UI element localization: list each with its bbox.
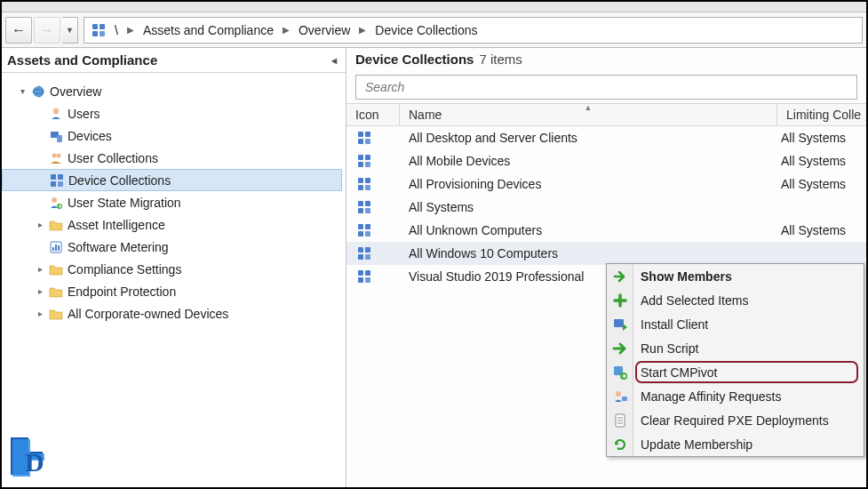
limiting-collection: All Systems: [777, 154, 866, 168]
tree-item-label: Device Collections: [68, 173, 171, 188]
collection-name: All Provisioning Devices: [400, 177, 777, 191]
tree-item-all-corporate-owned-devices[interactable]: ▸All Corporate-owned Devices: [2, 302, 342, 325]
collection-name: All Windows 10 Computers: [400, 246, 777, 261]
tree-item-overview[interactable]: ▾Overview: [2, 80, 342, 102]
svg-rect-12: [58, 174, 63, 180]
column-header-limiting[interactable]: Limiting Colle: [777, 104, 866, 125]
arrow-green-bold-icon: [611, 340, 629, 357]
svg-rect-20: [58, 245, 60, 251]
breadcrumb-address-box[interactable]: \ ▶ Assets and Compliance ▶ Overview ▶ D…: [84, 17, 863, 44]
svg-rect-41: [358, 247, 363, 253]
breadcrumb-assets[interactable]: Assets and Compliance: [143, 23, 274, 37]
tree-item-devices[interactable]: Devices: [2, 124, 342, 147]
tree-item-software-metering[interactable]: Software Metering: [2, 236, 342, 258]
breadcrumb-root[interactable]: \: [115, 23, 118, 37]
limiting-collection: All Systems: [777, 131, 866, 145]
user-icon: [48, 107, 64, 121]
devcoll-icon: [346, 154, 400, 168]
main-title: Device Collections: [355, 52, 474, 67]
tree-item-device-collections[interactable]: Device Collections: [2, 169, 342, 191]
svg-rect-30: [365, 178, 370, 183]
svg-rect-18: [52, 247, 54, 251]
svg-rect-19: [55, 244, 57, 251]
arrow-right-icon: →: [40, 22, 54, 38]
collection-row[interactable]: All Provisioning DevicesAll Systems: [346, 172, 866, 196]
menu-item-clear-required-pxe-deployments[interactable]: Clear Required PXE Deployments: [607, 408, 864, 432]
menu-item-label: Clear Required PXE Deployments: [641, 413, 829, 428]
tree-item-user-collections[interactable]: User Collections: [2, 147, 342, 169]
tree-expander-icon[interactable]: ▸: [32, 286, 48, 296]
brand-logo: D: [7, 430, 57, 480]
collection-row[interactable]: All Unknown ComputersAll Systems: [346, 219, 866, 242]
collection-row[interactable]: All Systems: [346, 196, 866, 219]
search-input[interactable]: [363, 79, 849, 95]
svg-rect-33: [358, 201, 363, 206]
collection-name: All Desktop and Server Clients: [400, 131, 777, 145]
chevron-right-icon: ▶: [127, 25, 134, 35]
context-menu: Show MembersAdd Selected ItemsInstall Cl…: [606, 263, 864, 457]
svg-rect-42: [365, 247, 370, 253]
menu-item-label: Add Selected Items: [641, 293, 748, 308]
tree-item-user-state-migration[interactable]: User State Migration: [2, 191, 342, 213]
svg-point-6: [53, 108, 59, 113]
svg-rect-32: [365, 185, 370, 190]
tree-item-label: User State Migration: [68, 196, 181, 210]
menu-item-show-members[interactable]: Show Members: [607, 264, 864, 288]
menu-item-run-script[interactable]: Run Script: [607, 336, 864, 360]
tree-expander-icon[interactable]: ▸: [32, 220, 48, 229]
tree-item-asset-intelligence[interactable]: ▸Asset Intelligence: [2, 213, 342, 236]
svg-point-9: [52, 153, 57, 157]
arrow-green-right-icon: [611, 268, 629, 285]
collection-row[interactable]: All Windows 10 Computers: [346, 242, 866, 265]
breadcrumb-device-collections[interactable]: Device Collections: [375, 23, 477, 37]
usm-icon: [48, 196, 64, 210]
menu-item-manage-affinity-requests[interactable]: Manage Affinity Requests: [607, 384, 864, 408]
sort-ascending-icon: ▲: [585, 103, 593, 112]
tree-expander-icon[interactable]: ▸: [32, 264, 48, 274]
chevron-right-icon: ▶: [359, 25, 366, 35]
svg-rect-40: [365, 231, 370, 236]
sidebar-header: Assets and Compliance ◂: [2, 48, 346, 73]
tree-item-compliance-settings[interactable]: ▸Compliance Settings: [2, 258, 342, 280]
folder-icon: [48, 307, 64, 321]
menu-item-add-selected-items[interactable]: Add Selected Items: [607, 288, 864, 312]
menu-item-update-membership[interactable]: Update Membership: [607, 432, 864, 456]
main-header: Device Collections 7 items: [346, 48, 866, 73]
menu-item-label: Run Script: [641, 341, 698, 356]
devcoll-icon: [346, 200, 400, 214]
limiting-collection: All Systems: [777, 223, 866, 237]
search-box[interactable]: [355, 75, 857, 100]
breadcrumb-overview[interactable]: Overview: [299, 23, 350, 37]
svg-rect-8: [57, 135, 62, 142]
tree-expander-icon[interactable]: ▾: [14, 86, 30, 96]
doc-icon: [611, 412, 629, 429]
svg-rect-53: [622, 397, 627, 401]
navigation-sidebar: Assets and Compliance ◂ ▾OverviewUsersDe…: [2, 48, 346, 487]
collapse-sidebar-icon[interactable]: ◂: [331, 54, 337, 67]
tree-item-label: Asset Intelligence: [68, 218, 165, 232]
svg-rect-23: [358, 139, 363, 144]
svg-text:D: D: [25, 447, 44, 477]
column-header-icon[interactable]: Icon: [346, 104, 400, 125]
usercoll-icon: [48, 151, 64, 165]
menu-item-install-client[interactable]: Install Client: [607, 312, 864, 336]
devcoll-icon: [346, 223, 400, 237]
nav-history-dropdown[interactable]: ▼: [62, 17, 78, 44]
svg-rect-11: [51, 174, 56, 180]
affinity-icon: [611, 388, 629, 405]
collection-row[interactable]: All Mobile DevicesAll Systems: [346, 149, 866, 172]
tree-item-users[interactable]: Users: [2, 102, 342, 124]
menu-item-start-cmpivot[interactable]: Start CMPivot: [607, 360, 864, 384]
collection-row[interactable]: All Desktop and Server ClientsAll System…: [346, 126, 866, 149]
menu-item-label: Install Client: [641, 317, 708, 332]
nav-back-button[interactable]: ←: [5, 17, 32, 44]
svg-rect-1: [100, 24, 105, 29]
nav-forward-button[interactable]: →: [34, 17, 60, 44]
tree-item-endpoint-protection[interactable]: ▸Endpoint Protection: [2, 280, 342, 302]
column-header-name[interactable]: Name ▲: [400, 104, 777, 125]
tree-item-label: User Collections: [68, 151, 158, 165]
tree-item-label: Devices: [68, 129, 112, 143]
tree-expander-icon[interactable]: ▸: [32, 309, 48, 318]
column-headers: Icon Name ▲ Limiting Colle: [346, 103, 866, 126]
svg-rect-29: [358, 178, 363, 183]
